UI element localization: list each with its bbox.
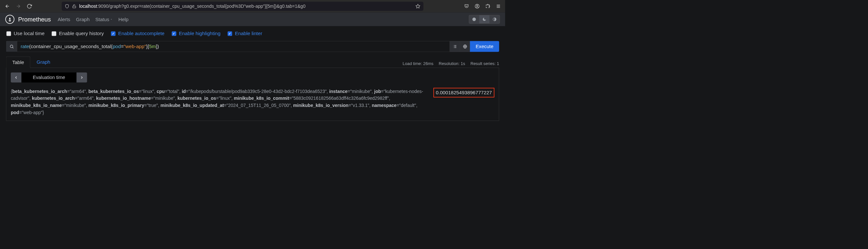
execute-button[interactable]: Execute [470, 41, 499, 52]
globe-button[interactable] [460, 41, 470, 52]
opt-autocomplete[interactable]: Enable autocomplete [111, 31, 164, 36]
tab-table[interactable]: Table [6, 57, 31, 68]
forward-button[interactable] [13, 2, 24, 11]
checkbox-checked-icon [111, 31, 116, 36]
opt-highlighting[interactable]: Enable highlighting [172, 31, 221, 36]
browser-toolbar: localhost:9090/graph?g0.expr=rate(contai… [0, 0, 505, 12]
nav-alerts[interactable]: Alerts [58, 16, 70, 22]
result-row: {beta_kubernetes_io_arch="arm64", beta_k… [11, 88, 494, 116]
query-stats: Load time: 26ms Resolution: 1s Result se… [403, 62, 499, 68]
query-input[interactable]: rate(container_cpu_usage_seconds_total{p… [17, 41, 450, 52]
result-panel: Evaluation time {beta_kubernetes_io_arch… [6, 68, 499, 120]
stat-series: Result series: 1 [470, 62, 499, 66]
tab-graph[interactable]: Graph [30, 56, 56, 68]
query-row: rate(container_cpu_usage_seconds_total{p… [0, 40, 505, 53]
theme-dark-button[interactable] [479, 15, 489, 24]
checkbox-checked-icon [228, 31, 232, 36]
account-icon[interactable] [473, 2, 482, 11]
format-button[interactable] [450, 41, 460, 52]
shield-icon [65, 4, 69, 8]
svg-point-11 [472, 17, 476, 21]
prometheus-navbar: Prometheus Alerts Graph Status Help [0, 12, 505, 26]
nav-graph[interactable]: Graph [76, 16, 90, 22]
extensions-icon[interactable] [483, 2, 492, 11]
metric-explorer-button[interactable] [6, 41, 17, 52]
reload-button[interactable] [24, 2, 34, 11]
opt-linter[interactable]: Enable linter [228, 31, 262, 36]
evaluation-time-control: Evaluation time [11, 72, 494, 82]
opt-local-time[interactable]: Use local time [6, 31, 44, 36]
eval-time-prev-button[interactable] [11, 72, 22, 82]
checkbox-checked-icon [172, 31, 176, 36]
result-labels: {beta_kubernetes_io_arch="arm64", beta_k… [11, 88, 428, 116]
nav-status[interactable]: Status [95, 16, 113, 22]
nav-help[interactable]: Help [118, 16, 128, 22]
checkbox-icon [6, 31, 11, 36]
opt-query-history[interactable]: Enable query history [52, 31, 104, 36]
svg-rect-10 [9, 21, 11, 22]
svg-line-14 [12, 47, 13, 48]
lock-icon [72, 4, 76, 8]
options-row: Use local time Enable query history Enab… [0, 26, 505, 40]
eval-time-next-button[interactable] [76, 72, 87, 82]
prometheus-logo-icon [5, 14, 14, 24]
tabs-row: Table Graph Load time: 26ms Resolution: … [0, 53, 505, 68]
theme-contrast-button[interactable] [489, 15, 499, 24]
url-bar[interactable]: localhost:9090/graph?g0.expr=rate(contai… [62, 2, 424, 11]
eval-time-button[interactable]: Evaluation time [22, 72, 76, 82]
svg-point-3 [476, 5, 478, 6]
svg-rect-9 [9, 20, 11, 21]
stat-resolution: Resolution: 1s [439, 62, 465, 66]
app-menu-icon[interactable] [494, 2, 503, 11]
svg-point-4 [487, 4, 488, 5]
svg-marker-1 [416, 4, 420, 8]
theme-toggle-group [469, 15, 500, 24]
svg-point-5 [489, 6, 490, 7]
checkbox-icon [52, 31, 56, 36]
result-value: 0.0001825493896777227 [433, 88, 495, 97]
theme-light-button[interactable] [469, 15, 479, 24]
back-button[interactable] [2, 2, 12, 11]
stat-load-time: Load time: 26ms [403, 62, 434, 66]
svg-point-13 [10, 45, 13, 47]
svg-rect-0 [72, 6, 75, 8]
pocket-icon[interactable] [462, 2, 471, 11]
url-text: localhost:9090/graph?g0.expr=rate(contai… [79, 4, 412, 9]
chevron-down-icon [110, 18, 113, 21]
star-icon[interactable] [415, 4, 420, 9]
brand-title[interactable]: Prometheus [18, 16, 51, 23]
